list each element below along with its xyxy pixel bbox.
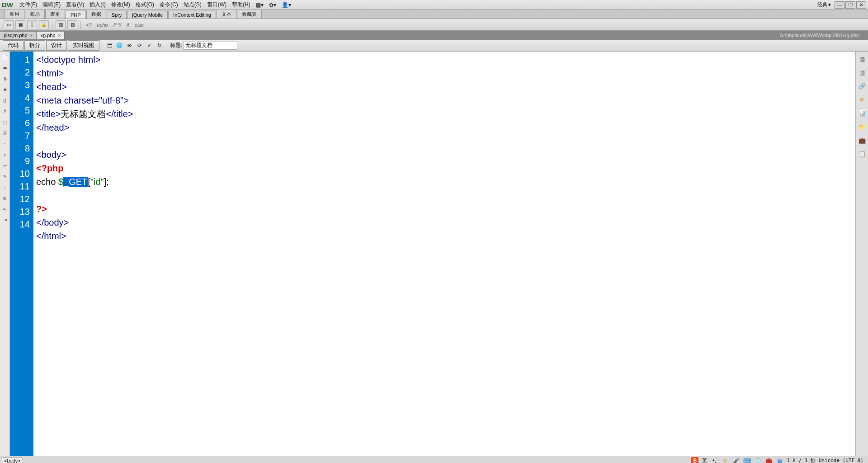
echo-snippet[interactable]: echo xyxy=(95,22,110,28)
snippets-icon[interactable]: 📋 xyxy=(858,149,867,158)
comment-snippet[interactable]: /* */ xyxy=(111,22,123,28)
refresh-icon[interactable]: ↻ xyxy=(155,42,164,50)
table-icon[interactable]: ▦ xyxy=(15,20,25,29)
code-content[interactable]: <!doctype html> <html> <head> <meta char… xyxy=(33,52,855,456)
live-view-button[interactable]: 实时视图 xyxy=(68,40,99,51)
main-area: 📄 ⇆ ⇅ ✱ {} # ⬚ Ⓐ ≡ ♯ ↩ ✎ ↕ ⚙ ⇤ ⇥ 123 456… xyxy=(0,52,868,456)
app-logo: DW xyxy=(2,1,13,9)
format-icon[interactable]: ⚙ xyxy=(1,194,9,202)
sync-icon[interactable]: ⟳ xyxy=(135,42,144,50)
code-toolbar-left: 📄 ⇆ ⇅ ✱ {} # ⬚ Ⓐ ≡ ♯ ↩ ✎ ↕ ⚙ ⇤ ⇥ xyxy=(0,52,10,456)
comment-icon[interactable]: ♯ xyxy=(1,151,9,158)
indent2-icon[interactable]: ⇥ xyxy=(1,216,9,223)
insert-category-tabs: 常用 布局 表单 PHP 数据 Spry jQuery Mobile InCon… xyxy=(0,10,868,19)
tab-form[interactable]: 表单 xyxy=(45,9,65,19)
else-snippet[interactable]: else xyxy=(133,22,146,28)
nav-icon[interactable]: ↕ xyxy=(1,184,9,191)
files-icon[interactable]: 📁 xyxy=(858,122,867,131)
database-icon[interactable]: 🛢 xyxy=(858,95,867,104)
collapse-icon[interactable]: ⇆ xyxy=(1,64,9,71)
document-tabs: plscjm.php × xg.php × G:\phpstudy\WWW\ph… xyxy=(0,31,868,40)
status-bar: <body> S 英 •, ☺ 🎤 ⌨ 👕 🧰 ▦ 1 K / 1 秒 Unic… xyxy=(0,456,868,463)
menu-window[interactable]: 窗口(W) xyxy=(204,0,229,9)
wrap-icon[interactable]: ↩ xyxy=(1,162,9,169)
indent-icon[interactable]: ≡ xyxy=(1,140,9,147)
workspace-dropdown[interactable]: 经典▾ xyxy=(817,1,831,8)
toolbox-icon[interactable]: 🧰 xyxy=(765,457,772,463)
menu-edit[interactable]: 编辑(E) xyxy=(40,0,63,9)
menu-view[interactable]: 查看(V) xyxy=(63,0,87,9)
menu-command[interactable]: 命令(C) xyxy=(157,0,181,9)
menu-site[interactable]: 站点(S) xyxy=(181,0,204,9)
mic-icon[interactable]: 🎤 xyxy=(732,457,740,463)
tab-layout[interactable]: 布局 xyxy=(25,9,45,19)
user-icon[interactable]: 👤▾ xyxy=(279,1,294,9)
assets-icon[interactable]: 💼 xyxy=(858,136,867,145)
menu-bar: DW 文件(F) 编辑(E) 查看(V) 插入(I) 修改(M) 格式(O) 命… xyxy=(0,0,868,10)
grid-icon[interactable]: ▦ xyxy=(776,457,783,463)
doc-tab-label: plscjm.php xyxy=(4,33,28,38)
menu-modify[interactable]: 修改(M) xyxy=(108,0,133,9)
open-docs-icon[interactable]: 📄 xyxy=(1,53,9,61)
tab-incontext[interactable]: InContext Editing xyxy=(168,11,216,19)
ime-language[interactable]: 英 xyxy=(702,457,707,463)
php-open-tag[interactable]: <? xyxy=(84,22,94,28)
gear-icon[interactable]: ✿▾ xyxy=(266,1,279,9)
skin-icon[interactable]: 👕 xyxy=(754,457,761,463)
close-icon[interactable]: × xyxy=(58,33,61,38)
include-icon[interactable]: ▥ xyxy=(67,20,77,29)
expand-icon[interactable]: ⇅ xyxy=(1,75,9,82)
menu-format[interactable]: 格式(O) xyxy=(133,0,157,9)
menu-help[interactable]: 帮助(H) xyxy=(229,0,253,9)
menu-insert[interactable]: 插入(I) xyxy=(87,0,108,9)
ime-icon[interactable]: S xyxy=(691,457,698,463)
code-editor[interactable]: 123 456 789 101112 1314 <!doctype html> … xyxy=(10,52,855,456)
line-num-icon[interactable]: # xyxy=(1,108,9,115)
tab-php[interactable]: PHP xyxy=(66,11,86,19)
if-snippet[interactable]: if xyxy=(125,22,131,28)
tab-favorites[interactable]: 收藏夹 xyxy=(237,9,262,19)
select-parent-icon[interactable]: ✱ xyxy=(1,86,9,93)
globe-icon[interactable]: 🌐 xyxy=(115,42,124,50)
server-icon[interactable]: ▥ xyxy=(56,20,66,29)
code-view-button[interactable]: 代码 xyxy=(3,40,24,51)
tab-data[interactable]: 数据 xyxy=(86,9,106,19)
recent-icon[interactable]: ✎ xyxy=(1,173,9,180)
emoji-icon[interactable]: ☺ xyxy=(722,457,729,463)
tab-text[interactable]: 文本 xyxy=(217,9,236,19)
check-icon[interactable]: ✓ xyxy=(145,42,154,50)
punct-icon[interactable]: •, xyxy=(711,457,718,463)
person-icon[interactable]: 🚶 xyxy=(27,20,37,29)
tab-spry[interactable]: Spry xyxy=(107,11,127,19)
outdent-icon[interactable]: ⇤ xyxy=(1,205,9,213)
css-panel-icon[interactable]: ▦ xyxy=(858,54,867,63)
server-behav-icon[interactable]: 📊 xyxy=(858,109,867,118)
close-icon[interactable]: × xyxy=(30,33,33,38)
design-view-button[interactable]: 设计 xyxy=(46,40,67,51)
menu-file[interactable]: 文件(F) xyxy=(17,0,40,9)
doc-tab-plscjm[interactable]: plscjm.php × xyxy=(0,32,37,39)
php-insert-toolbar: ▭ ▦ 🚶 🔒 ▥ ▥ <? echo /* */ if else xyxy=(0,19,868,31)
split-view-button[interactable]: 拆分 xyxy=(24,40,45,51)
balance-icon[interactable]: {} xyxy=(1,97,9,104)
tab-jquery-mobile[interactable]: jQuery Mobile xyxy=(127,11,168,19)
tab-common[interactable]: 常用 xyxy=(5,9,24,19)
preview-icon[interactable]: 👁 xyxy=(125,42,134,50)
tag-selector[interactable]: <body> xyxy=(2,458,23,463)
highlight-icon[interactable]: ⬚ xyxy=(1,118,9,126)
form-icon[interactable]: ▭ xyxy=(4,20,14,29)
close-button[interactable]: ✕ xyxy=(856,1,866,9)
line-number-gutter: 123 456 789 101112 1314 xyxy=(10,52,33,456)
minimize-button[interactable]: — xyxy=(835,1,844,9)
ap-panel-icon[interactable]: ▥ xyxy=(858,68,867,77)
bindings-icon[interactable]: 🔗 xyxy=(858,81,867,90)
keyboard-icon[interactable]: ⌨ xyxy=(743,457,750,463)
layout-icon[interactable]: ▦▾ xyxy=(253,1,266,9)
server-debug-icon[interactable]: 🗔 xyxy=(105,42,114,50)
restore-button[interactable]: ❐ xyxy=(845,1,855,9)
title-input[interactable] xyxy=(183,42,237,50)
syntax-icon[interactable]: Ⓐ xyxy=(1,129,9,137)
lock-icon[interactable]: 🔒 xyxy=(39,20,49,29)
doc-tab-xg[interactable]: xg.php × xyxy=(37,32,65,39)
document-path: G:\phpstudy\WWW\php1801\xg.php xyxy=(780,33,868,38)
